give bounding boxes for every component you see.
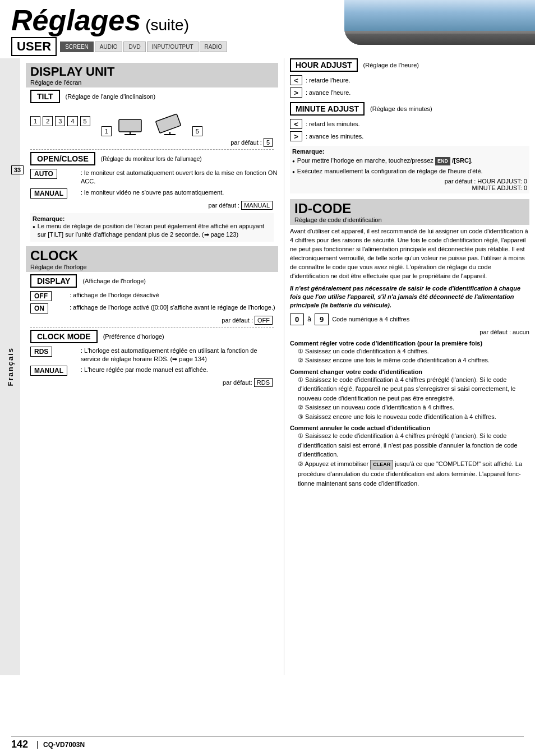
hour-forward-button[interactable]: >: [290, 87, 302, 98]
how-to-cancel-title: Comment annuler le code actuel d'identif…: [290, 425, 529, 431]
clock-manual-row: MANUAL : L'heure réglée par mode manuel …: [30, 366, 278, 376]
tilt-pos-5: 5: [80, 116, 90, 126]
clock-mode-description: (Préférence d'horloge): [103, 333, 164, 340]
clock-title: CLOCK: [30, 248, 78, 263]
how-to-change: Comment changer votre code d'identificat…: [290, 368, 529, 422]
how-to-change-step-1: ① Saisissez le code d'identification à 4…: [290, 375, 529, 403]
hour-back-button[interactable]: <: [290, 75, 302, 85]
tilt-pos-4: 4: [67, 116, 77, 126]
clock-remark-title: Remarque:: [292, 148, 527, 155]
auto-desc: : le moniteur est automatiquement ouvert…: [81, 169, 278, 186]
how-to-change-step-2: ② Saisissez un nouveau code d'identifica…: [290, 403, 529, 412]
clock-display-default-value: OFF: [255, 316, 273, 325]
minute-adjust-description: (Réglage des minutes): [370, 105, 432, 112]
hour-adjust-section: HOUR ADJUST (Réglage de l'heure) < : ret…: [290, 58, 529, 98]
hour-forward-row: > : avance l'heure.: [290, 87, 529, 98]
hour-back-row: < : retarde l'heure.: [290, 75, 529, 85]
tilt-illustration-2: [154, 105, 188, 136]
code-default: par défaut : aucun: [290, 329, 529, 335]
hour-back-desc: : retarde l'heure.: [306, 77, 350, 84]
main-layout: Français DISPLAY UNIT Réglage de l'écran…: [0, 58, 535, 675]
sidebar-language-label: Français: [6, 347, 15, 386]
clock-off-label: OFF: [30, 291, 52, 301]
hour-forward-desc: : avance l'heure.: [306, 89, 350, 96]
header-image: [344, 0, 535, 45]
page-footer: 142 CQ-VD7003N: [11, 736, 524, 750]
tab-radio[interactable]: RADIO: [200, 42, 228, 52]
tab-dvd[interactable]: DVD: [123, 42, 145, 52]
auto-row: AUTO : le moniteur est automatiquement o…: [30, 169, 278, 186]
bullet-icon-2: ●: [292, 169, 295, 175]
adjust-defaults: par défaut : HOUR ADJUST: 0 MINUTE ADJUS…: [292, 178, 527, 191]
clock-display-description: (Affichage de l'horloge): [82, 278, 146, 284]
minute-adjust-section: MINUTE ADJUST (Réglage des minutes) < : …: [290, 102, 529, 141]
rds-desc: : L'horloge est automatiquement réglée e…: [81, 347, 278, 364]
clock-remark-item-1: ● Pour mettre l'horloge en marche, touch…: [292, 156, 527, 165]
clock-subtitle: Réglage de l'horloge: [30, 264, 274, 270]
clock-mode-section: CLOCK MODE (Préférence d'horloge) RDS : …: [30, 330, 278, 388]
how-to-cancel: Comment annuler le code actuel d'identif…: [290, 425, 529, 488]
right-column: HOUR ADJUST (Réglage de l'heure) < : ret…: [284, 58, 529, 675]
clock-off-row: OFF : affichage de l'horloge désactivé: [30, 291, 278, 301]
clock-manual-desc: : L'heure réglée par mode manuel est aff…: [81, 366, 278, 374]
footer-page-number: 142: [11, 739, 28, 750]
id-code-subtitle: Réglage de code d'identification: [294, 216, 525, 223]
how-to-set-step-2: ② Saisissez encore une fois le même code…: [290, 356, 529, 365]
page-header: Réglages (suite): [0, 0, 535, 35]
id-code-intro: Avant d'utiliser cet appareil, il est re…: [290, 227, 529, 281]
tab-input-output[interactable]: INPUT/OUTPUT: [147, 42, 199, 52]
manual-desc: : le moniteur vidéo ne s'ouvre pas autom…: [81, 188, 278, 197]
divider-1: [30, 149, 274, 150]
tilt-diagram: 1: [102, 105, 202, 136]
how-to-change-title: Comment changer votre code d'identificat…: [290, 368, 529, 375]
how-to-set-title: Comment régler votre code d'identificati…: [290, 340, 529, 347]
page-title: Réglages: [11, 6, 141, 35]
clock-on-label: ON: [30, 303, 48, 314]
clock-on-desc: : affichage de l'horloge activé ([0:00] …: [70, 303, 278, 312]
tilt-pos-3: 3: [55, 116, 65, 126]
tilt-pos-1: 1: [30, 116, 40, 126]
footer-model: CQ-VD7003N: [37, 741, 85, 749]
tilt-label: TILT: [30, 90, 60, 103]
manual-label: MANUAL: [30, 188, 67, 199]
code-to: 9: [315, 314, 329, 325]
minute-back-row: < : retard les minutes.: [290, 119, 529, 129]
tilt-positions: 1 2 3 4 5: [30, 116, 90, 126]
tab-user[interactable]: USER: [11, 37, 57, 56]
rds-label: RDS: [30, 347, 52, 357]
hour-adjust-description: (Réglage de l'heure): [363, 62, 419, 68]
code-desc: Code numérique à 4 chiffres: [332, 316, 409, 322]
id-code-title: ID-CODE: [294, 201, 351, 216]
how-to-set: Comment régler votre code d'identificati…: [290, 340, 529, 365]
svg-rect-0: [119, 119, 141, 132]
tab-screen[interactable]: SCREEN: [60, 42, 94, 52]
tilt-default-value: 5: [264, 138, 273, 147]
how-to-change-step-3: ③ Saisissez encore une fois le nouveau c…: [290, 412, 529, 422]
clock-mode-label: CLOCK MODE: [30, 330, 98, 343]
clock-display-section: DISPLAY (Affichage de l'horloge) OFF : a…: [30, 274, 278, 325]
clock-display-label: DISPLAY: [30, 274, 77, 288]
minute-back-button[interactable]: <: [290, 119, 302, 129]
code-from: 0: [290, 314, 304, 325]
svg-rect-3: [155, 114, 181, 133]
minute-forward-row: > : avance les minutes.: [290, 131, 529, 141]
display-unit-subtitle: Réglage de l'écran: [30, 79, 274, 86]
clock-header: CLOCK Réglage de l'horloge: [26, 246, 278, 272]
tilt-section: TILT (Réglage de l'angle d'inclinaison) …: [30, 90, 278, 147]
tab-audio[interactable]: AUDIO: [95, 42, 123, 52]
minute-default-text: MINUTE ADJUST: 0: [472, 185, 527, 191]
open-close-description: (Réglage du moniteur lors de l'allumage): [101, 156, 202, 162]
clock-remark: Remarque: ● Pour mettre l'horloge en mar…: [290, 146, 529, 193]
minute-forward-desc: : avance les minutes.: [306, 133, 363, 140]
minute-forward-button[interactable]: >: [290, 131, 302, 141]
manual-row: MANUAL : le moniteur vidéo ne s'ouvre pa…: [30, 188, 278, 199]
page-num-box: 33: [11, 165, 24, 174]
divider-2: [30, 327, 274, 328]
id-code-section: ID-CODE Réglage de code d'identification…: [290, 199, 529, 488]
display-unit-title: DISPLAY UNIT: [30, 64, 114, 79]
display-unit-remark-title: Remarque:: [33, 215, 271, 222]
how-to-cancel-step-2: ② Appuyez et immobiliser CLEAR jusqu'à c…: [290, 459, 529, 488]
clock-on-row: ON : affichage de l'horloge activé ([0:0…: [30, 303, 278, 314]
tilt-illustration: [116, 105, 150, 136]
open-close-label: OPEN/CLOSE: [30, 152, 95, 165]
